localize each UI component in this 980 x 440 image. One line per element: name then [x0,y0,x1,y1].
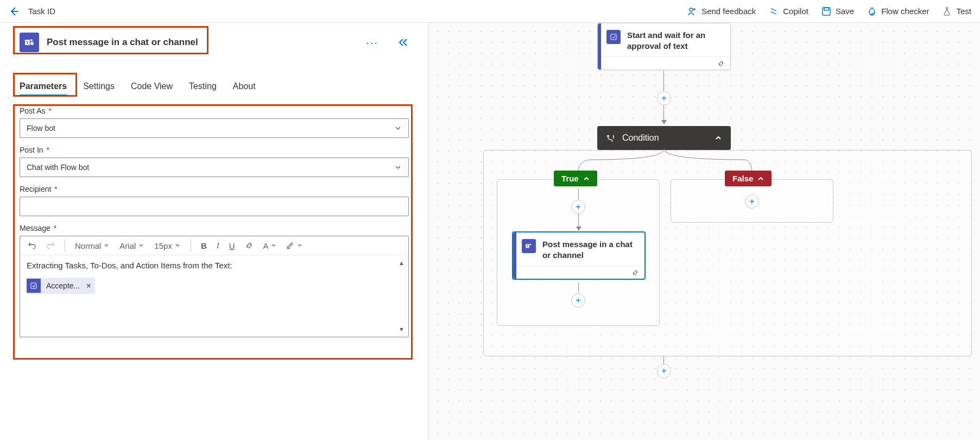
top-toolbar: Task ID Send feedback Copilot Save Flow [0,0,980,23]
approval-card[interactable]: Start and wait for an approval of text [597,23,731,70]
font-size-select[interactable]: 15px [152,240,183,252]
svg-rect-1 [823,8,830,15]
message-label: Message * [20,224,409,232]
svg-point-5 [30,39,33,41]
chevron-up-icon[interactable] [715,134,722,142]
add-step-button[interactable]: + [657,91,671,105]
add-step-after-post-button[interactable]: + [571,293,585,307]
post-as-select[interactable]: Flow bot [20,118,409,138]
copilot-button[interactable]: Copilot [769,7,808,16]
tab-settings[interactable]: Settings [83,78,115,96]
svg-text:T: T [527,245,528,248]
post-in-value: Chat with Flow bot [27,163,89,172]
editor-scrollbar[interactable]: ▲▼ [399,260,405,332]
post-as-label: Post As * [20,106,409,115]
svg-point-0 [690,8,693,11]
back-arrow-icon[interactable] [9,6,20,17]
action-config-panel: T Post message in a chat or channel ··· … [0,23,429,440]
bold-button[interactable]: B [199,240,209,252]
copilot-icon [769,7,779,16]
copilot-label: Copilot [783,7,808,16]
save-button[interactable]: Save [821,7,854,16]
tab-about[interactable]: About [233,78,256,96]
feedback-icon [687,7,697,16]
post-in-select[interactable]: Chat with Flow bot [20,158,409,177]
flow-checker-label: Flow checker [881,7,929,16]
condition-icon [606,133,616,143]
font-family-select[interactable]: Arial [117,240,147,252]
link-icon [631,269,639,276]
token-label: Accepte... [46,281,80,290]
chevron-down-icon [394,124,402,132]
link-icon [717,60,725,67]
token-icon [27,279,41,293]
approval-icon [606,30,621,44]
test-label: Test [956,7,971,16]
svg-rect-7 [31,283,36,288]
post-as-value: Flow bot [27,124,55,133]
tab-testing[interactable]: Testing [189,78,217,96]
font-color-button[interactable]: A [261,240,279,252]
config-tabs: Parameters Settings Code View Testing Ab… [15,71,413,101]
flow-checker-button[interactable]: Flow checker [867,7,929,16]
send-feedback-button[interactable]: Send feedback [687,7,756,16]
add-step-end-button[interactable]: + [657,364,671,378]
condition-node[interactable]: Condition [597,126,731,150]
more-options-button[interactable]: ··· [366,36,378,49]
italic-button[interactable]: I [214,240,222,252]
post-message-card[interactable]: T Post message in a chat or channel [512,231,646,280]
post-message-title: Post message in a chat or channel [542,239,637,260]
test-icon [942,7,952,16]
save-label: Save [836,7,854,16]
false-label: False [732,174,753,183]
breadcrumb[interactable]: Task ID [28,7,55,16]
undo-button[interactable] [26,240,39,251]
chevron-down-icon [394,164,402,171]
add-step-false-button[interactable]: + [745,194,759,209]
action-title: Post message in a chat or channel [47,37,198,48]
flow-checker-icon [867,7,877,16]
true-label: True [561,174,579,183]
svg-rect-2 [824,8,829,10]
redo-button[interactable] [44,240,57,251]
teams-icon: T [20,33,39,52]
dynamic-content-token[interactable]: Accepte... × [27,278,95,294]
recipient-label: Recipient * [20,185,409,193]
underline-button[interactable]: U [227,240,237,252]
message-editor: Normal Arial 15px B I U A Extracting Tas… [20,236,409,337]
svg-text:T: T [26,40,29,45]
test-button[interactable]: Test [942,7,971,16]
editor-toolbar: Normal Arial 15px B I U A [20,236,408,255]
condition-label: Condition [622,133,659,143]
svg-point-11 [529,244,531,246]
post-in-label: Post In * [20,146,409,154]
link-button[interactable] [243,240,256,251]
true-branch-header[interactable]: True [554,171,597,186]
recipient-input[interactable] [20,197,409,216]
flow-canvas[interactable]: Start and wait for an approval of text +… [429,23,980,440]
feedback-label: Send feedback [701,7,756,16]
parameters-form: Post As * Flow bot Post In * Chat with F… [15,101,413,350]
editor-text: Extracting Tasks, To-Dos, and Action Ite… [27,261,402,270]
save-icon [821,7,831,16]
collapse-panel-button[interactable] [398,38,409,47]
svg-rect-6 [30,42,34,45]
token-remove-button[interactable]: × [86,281,91,290]
tab-parameters[interactable]: Parameters [20,78,67,96]
action-header: T Post message in a chat or channel ··· [15,29,413,55]
svg-rect-8 [611,34,616,40]
false-branch-header[interactable]: False [725,171,772,186]
highlight-button[interactable] [284,240,305,251]
teams-icon: T [522,239,536,253]
approval-card-title: Start and wait for an approval of text [627,30,723,51]
paragraph-style-select[interactable]: Normal [73,240,112,252]
editor-body[interactable]: Extracting Tasks, To-Dos, and Action Ite… [20,255,408,337]
tab-code-view[interactable]: Code View [131,78,173,96]
add-step-true-button[interactable]: + [571,200,585,214]
